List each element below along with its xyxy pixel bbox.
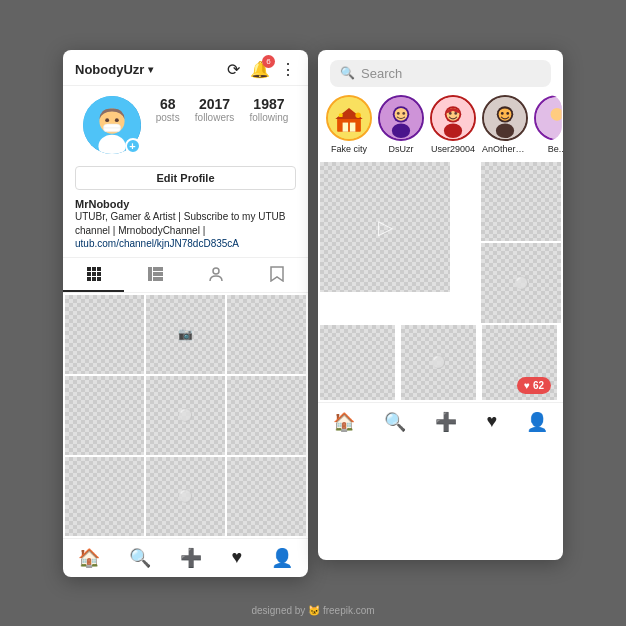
story-item[interactable]: User29004 [430, 95, 476, 154]
svg-point-33 [392, 123, 410, 138]
photo-cell[interactable] [227, 295, 306, 374]
story-avatar [482, 95, 528, 141]
profile-bio: MrNobody UTUBr, Gamer & Artist | Subscri… [63, 196, 308, 257]
avatar-wrapper: + [83, 96, 141, 154]
story-avatar-svg [536, 95, 563, 141]
story-avatar-svg [484, 95, 526, 141]
like-badge: ♥ 62 [517, 377, 551, 394]
photo-cell[interactable]: ⚪ [146, 376, 225, 455]
story-avatar [430, 95, 476, 141]
photo-cell[interactable] [65, 376, 144, 455]
photo-cell[interactable]: 📷 [146, 295, 225, 374]
content-cell-large[interactable]: ▷ [320, 162, 450, 292]
posts-stat: 68 posts [156, 96, 180, 123]
bookmark-icon [270, 266, 284, 282]
search-bar[interactable]: 🔍 Search [330, 60, 551, 87]
nav-search-icon[interactable]: 🔍 [384, 411, 406, 433]
photo-cell[interactable] [227, 457, 306, 536]
svg-rect-16 [148, 267, 152, 281]
photo-cell[interactable] [65, 295, 144, 374]
tab-saved[interactable] [247, 258, 308, 292]
svg-point-27 [355, 112, 360, 117]
photo-cell[interactable] [227, 376, 306, 455]
right-phone: 🔍 Search [318, 50, 563, 560]
search-icon: 🔍 [340, 66, 355, 80]
nav-add-icon[interactable]: ➕ [180, 547, 202, 569]
tab-list[interactable] [124, 258, 185, 292]
play-icon: ▷ [378, 215, 393, 239]
stories-row: Fake city [318, 95, 563, 162]
add-story-button[interactable]: + [125, 138, 141, 154]
svg-rect-7 [87, 267, 91, 271]
story-item[interactable]: DsUzr [378, 95, 424, 154]
followers-stat: 2017 followers [195, 96, 234, 123]
nav-profile-icon[interactable]: 👤 [526, 411, 548, 433]
profile-header: NobodyUzr ▾ ⟳ 🔔 6 ⋮ [63, 50, 308, 86]
photo-icon: ⚪ [178, 489, 193, 503]
nav-profile-icon[interactable]: 👤 [271, 547, 293, 569]
username-text: NobodyUzr [75, 62, 144, 77]
svg-point-32 [402, 112, 405, 115]
username-area[interactable]: NobodyUzr ▾ [75, 62, 153, 77]
content-cell[interactable]: ⚪ [401, 325, 476, 400]
svg-rect-26 [339, 113, 343, 117]
story-item[interactable]: AnOtherYouser [482, 95, 528, 154]
story-label: DsUzr [389, 144, 414, 154]
nav-home-icon[interactable]: 🏠 [333, 411, 355, 433]
svg-point-45 [496, 123, 514, 138]
svg-rect-24 [343, 122, 348, 131]
nav-add-icon[interactable]: ➕ [435, 411, 457, 433]
followers-count: 2017 [195, 96, 234, 112]
photo-grid: 📷 ⚪ ⚪ [63, 293, 308, 538]
content-grid-bottom: ⚪ ♥ 62 [318, 323, 563, 402]
content-cells-small: ⚪ [481, 162, 561, 323]
posts-label: posts [156, 112, 180, 123]
content-cell[interactable] [320, 325, 395, 400]
story-avatar [534, 95, 563, 141]
svg-rect-25 [350, 122, 355, 131]
list-icon [147, 266, 163, 282]
photo-cell[interactable] [65, 457, 144, 536]
history-icon[interactable]: ⟳ [227, 60, 240, 79]
story-item[interactable]: Be... [534, 95, 563, 154]
svg-point-43 [501, 112, 504, 115]
notification-icon[interactable]: 🔔 6 [250, 60, 270, 79]
story-item[interactable]: Fake city [326, 95, 372, 154]
story-label: AnOtherYouser [482, 144, 528, 154]
svg-rect-15 [97, 277, 101, 281]
svg-point-47 [551, 107, 563, 120]
svg-rect-17 [153, 267, 163, 271]
svg-point-4 [114, 118, 118, 122]
nav-home-icon[interactable]: 🏠 [78, 547, 100, 569]
profile-tabs [63, 257, 308, 293]
content-cell-small[interactable]: ⚪ [481, 243, 561, 323]
search-placeholder: Search [361, 66, 402, 81]
following-stat: 1987 following [249, 96, 288, 123]
story-avatar [326, 95, 372, 141]
photo-cell[interactable]: ⚪ [146, 457, 225, 536]
nav-heart-icon[interactable]: ♥ [486, 411, 497, 432]
svg-rect-18 [153, 272, 163, 276]
story-avatar [378, 95, 424, 141]
svg-point-37 [449, 112, 452, 115]
svg-rect-14 [92, 277, 96, 281]
more-options-icon[interactable]: ⋮ [280, 60, 296, 79]
nav-search-icon[interactable]: 🔍 [129, 547, 151, 569]
tab-tagged[interactable] [186, 258, 247, 292]
svg-rect-13 [87, 277, 91, 281]
photo-dot: ⚪ [514, 276, 529, 290]
content-cell-small[interactable] [481, 162, 561, 242]
nav-heart-icon[interactable]: ♥ [231, 547, 242, 568]
content-cell-liked[interactable]: ♥ 62 [482, 325, 557, 400]
heart-icon: ♥ [524, 380, 530, 391]
story-label: User29004 [431, 144, 475, 154]
grid-icon [86, 266, 102, 282]
bio-text: UTUBr, Gamer & Artist | Subscribe to my … [75, 210, 296, 238]
like-count: 62 [533, 380, 544, 391]
dropdown-arrow[interactable]: ▾ [148, 64, 153, 75]
bio-link[interactable]: utub.com/channel/kjnJN78dcD835cA [75, 238, 296, 249]
notification-badge: 6 [262, 55, 275, 68]
story-label: Fake city [331, 144, 367, 154]
tab-grid[interactable] [63, 258, 124, 292]
edit-profile-button[interactable]: Edit Profile [75, 166, 296, 190]
